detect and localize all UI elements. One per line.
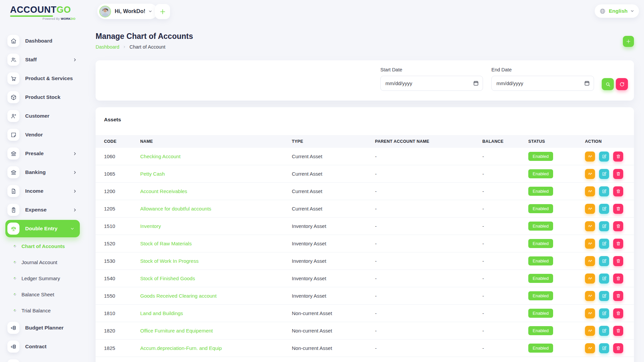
delete-button[interactable] — [613, 326, 623, 336]
sidebar-item-customer[interactable]: Customer — [0, 107, 87, 125]
edit-button[interactable] — [599, 169, 609, 179]
sidebar-item-presale[interactable]: Presale — [0, 144, 87, 163]
sidebar-subitem-journal-account[interactable]: Journal Account — [0, 254, 87, 270]
account-name-link[interactable]: Account Receivables — [140, 188, 292, 194]
delete-button[interactable] — [613, 186, 623, 196]
delete-button[interactable] — [613, 221, 623, 231]
account-name-link[interactable]: Checking Account — [140, 154, 292, 159]
language-selector[interactable]: English — [595, 4, 639, 18]
account-name-link[interactable]: Inventory — [140, 223, 292, 229]
status-badge: Enabled — [528, 291, 553, 300]
edit-button[interactable] — [599, 256, 609, 266]
wave-icon — [588, 189, 593, 194]
search-button[interactable] — [602, 78, 614, 90]
breadcrumb-dashboard-link[interactable]: Dashboard — [96, 44, 119, 50]
create-account-button[interactable] — [623, 36, 634, 47]
edit-button[interactable] — [599, 291, 609, 301]
transactions-button[interactable] — [585, 239, 595, 249]
sidebar-item-budget-planner[interactable]: $Budget Planner — [0, 318, 87, 337]
transactions-button[interactable] — [585, 343, 595, 353]
sidebar-item-product-services[interactable]: Product & Services — [0, 69, 87, 88]
account-name-link[interactable]: Accum.depreciation-Furn. and Equip — [140, 345, 292, 351]
sidebar-subitem-ledger-summary[interactable]: Ledger Summary — [0, 270, 87, 286]
transactions-button[interactable] — [585, 152, 595, 162]
reset-button[interactable] — [616, 78, 628, 90]
edit-button[interactable] — [599, 274, 609, 284]
account-name-link[interactable]: Stock of Work In Progress — [140, 258, 292, 264]
account-name-link[interactable]: Stock of Finished Goods — [140, 276, 292, 281]
sidebar-item-staff[interactable]: Staff — [0, 50, 87, 69]
sidebar-item-expense[interactable]: $Expense — [0, 200, 87, 219]
account-name-link[interactable]: Allowance for doubtful accounts — [140, 206, 292, 212]
quick-add-button[interactable] — [155, 4, 170, 19]
edit-button[interactable] — [599, 204, 609, 214]
sidebar-item-label: Contract — [25, 344, 47, 350]
sidebar-item-banking[interactable]: Banking — [0, 163, 87, 182]
transactions-button[interactable] — [585, 326, 595, 336]
account-name-link[interactable]: Office Furniture and Equipement — [140, 328, 292, 334]
sidebar-item-contract[interactable]: $Contract — [0, 337, 87, 356]
sidebar-item-income[interactable]: Income — [0, 182, 87, 200]
transactions-button[interactable] — [585, 256, 595, 266]
transactions-button[interactable] — [585, 221, 595, 231]
transactions-button[interactable] — [585, 291, 595, 301]
cell-parent-account: - — [375, 223, 482, 229]
sidebar-subitem-trial-balance[interactable]: Trial Balance — [0, 302, 87, 318]
account-name-link[interactable]: Stock of Raw Materials — [140, 241, 292, 246]
edit-button[interactable] — [599, 308, 609, 318]
table-row: 1820Office Furniture and EquipementNon-c… — [96, 322, 634, 340]
cell-balance: - — [482, 258, 528, 264]
edit-button[interactable] — [599, 186, 609, 196]
user-avatar — [99, 6, 111, 17]
delete-button[interactable] — [613, 256, 623, 266]
cell-type: Inventory Asset — [292, 223, 375, 229]
sidebar-subitem-chart-of-accounts[interactable]: Chart of Accounts — [0, 238, 87, 254]
account-name-link[interactable]: Goods Received Clearing account — [140, 293, 292, 299]
delete-button[interactable] — [613, 291, 623, 301]
delete-button[interactable] — [613, 343, 623, 353]
sidebar-item-double-entry[interactable]: Double Entry — [5, 220, 80, 237]
status-badge: Enabled — [528, 344, 553, 353]
edit-button[interactable] — [599, 152, 609, 162]
transactions-button[interactable] — [585, 274, 595, 284]
status-badge: Enabled — [528, 152, 553, 161]
sidebar-item-label: Product Stock — [25, 94, 60, 100]
sidebar-item-product-stock[interactable]: Product Stock — [0, 88, 87, 107]
end-date-input[interactable] — [491, 76, 594, 91]
edit-button[interactable] — [599, 239, 609, 249]
delete-button[interactable] — [613, 308, 623, 318]
account-name-link[interactable]: Petty Cash — [140, 171, 292, 177]
sidebar-item-dashboard[interactable]: Dashboard — [0, 32, 87, 50]
row-actions — [585, 308, 634, 318]
cell-code: 1820 — [104, 328, 140, 334]
section-title: Assets — [104, 117, 121, 123]
cell-parent-account: - — [375, 154, 482, 159]
app-logo-text: ACCOUNTGO — [10, 5, 75, 14]
transactions-button[interactable] — [585, 186, 595, 196]
sidebar-subitem-balance-sheet[interactable]: Balance Sheet — [0, 286, 87, 302]
delete-button[interactable] — [613, 169, 623, 179]
end-date-label: End Date — [491, 67, 594, 72]
note-icon — [7, 129, 19, 141]
account-name-link[interactable]: Land and Buildings — [140, 310, 292, 316]
sidebar-item-vendor[interactable]: Vendor — [0, 125, 87, 144]
delete-button[interactable] — [613, 274, 623, 284]
sidebar-item-partial[interactable] — [0, 356, 87, 362]
transactions-button[interactable] — [585, 204, 595, 214]
transactions-button[interactable] — [585, 169, 595, 179]
chevron-down-icon — [148, 9, 152, 13]
start-date-input[interactable] — [380, 76, 483, 91]
cell-balance: - — [482, 241, 528, 246]
delete-button[interactable] — [613, 152, 623, 162]
cell-parent-account: - — [375, 345, 482, 351]
delete-button[interactable] — [613, 239, 623, 249]
edit-button[interactable] — [599, 326, 609, 336]
user-menu-button[interactable]: Hi, WorkDo! — [97, 4, 158, 19]
edit-button[interactable] — [599, 343, 609, 353]
chevron-right-icon — [73, 170, 77, 175]
transactions-button[interactable] — [585, 308, 595, 318]
delete-button[interactable] — [613, 204, 623, 214]
edit-icon — [602, 346, 607, 351]
cell-parent-account: - — [375, 258, 482, 264]
edit-button[interactable] — [599, 221, 609, 231]
